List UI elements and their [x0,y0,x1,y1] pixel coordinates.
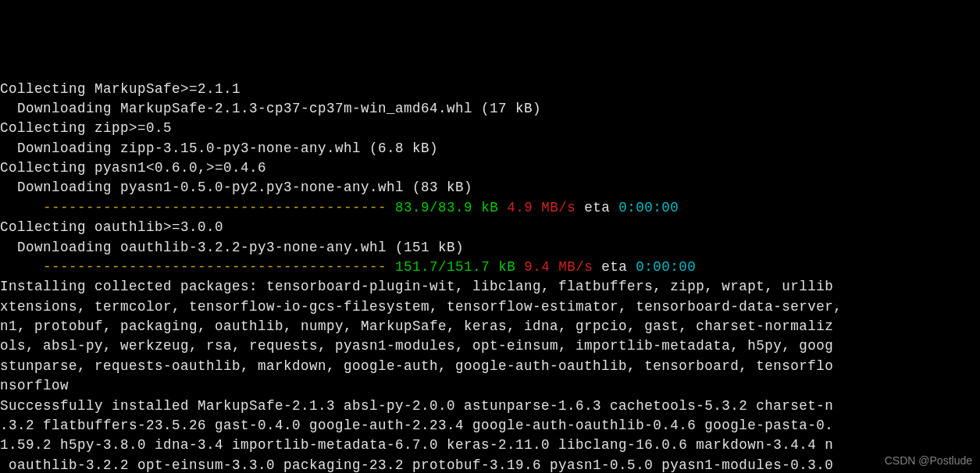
terminal-segment: 4.9 MB/s [507,200,576,215]
terminal-line: Collecting MarkupSafe>=2.1.1 [0,80,980,99]
terminal-line: ols, absl-py, werkzeug, rsa, requests, p… [0,336,980,356]
terminal-line: ----------------------------------------… [0,258,980,277]
terminal-segment: 0:00:00 [618,200,679,215]
terminal-segment: 0:00:00 [636,259,696,275]
terminal-segment: Downloading pyasn1-0.5.0-py2.py3-none-an… [0,180,472,195]
terminal-segment: 1.59.2 h5py-3.8.0 idna-3.4 importlib-met… [0,437,833,453]
terminal-segment: nsorflow [0,378,69,393]
terminal-line: Collecting oauthlib>=3.0.0 [0,218,980,237]
terminal-segment: Downloading MarkupSafe-2.1.3-cp37-cp37m-… [0,101,541,116]
terminal-segment [515,259,524,275]
terminal-segment: Collecting MarkupSafe>=2.1.1 [0,81,241,97]
terminal-segment: Collecting zipp>=0.5 [0,120,172,136]
terminal-line: .3.2 flatbuffers-23.5.26 gast-0.4.0 goog… [0,416,980,436]
terminal-segment: Successfully installed MarkupSafe-2.1.3 … [0,398,833,414]
terminal-line: 1.59.2 h5py-3.8.0 idna-3.4 importlib-met… [0,436,980,455]
terminal-line: stunparse, requests-oauthlib, markdown, … [0,357,980,376]
terminal-segment: eta [576,200,618,215]
terminal-line: Installing collected packages: tensorboa… [0,277,980,297]
terminal-segment: Downloading oauthlib-3.2.2-py3-none-any.… [0,240,464,255]
terminal-segment: stunparse, requests-oauthlib, markdown, … [0,358,833,374]
terminal-line: oauthlib-3.2.2 opt-einsum-3.3.0 packagin… [0,456,980,473]
terminal-segment [387,200,395,215]
terminal-segment: .3.2 flatbuffers-23.5.26 gast-0.4.0 goog… [0,418,833,433]
terminal-segment: 83.9/83.9 kB [395,200,498,215]
terminal-line: Collecting pyasn1<0.6.0,>=0.4.6 [0,158,980,178]
terminal-segment: ols, absl-py, werkzeug, rsa, requests, p… [0,338,833,354]
terminal-segment [0,259,43,275]
terminal-segment: Downloading zipp-3.15.0-py3-none-any.whl… [0,140,438,156]
terminal-output[interactable]: Collecting MarkupSafe>=2.1.1 Downloading… [0,80,980,474]
terminal-line: xtensions, termcolor, tensorflow-io-gcs-… [0,297,980,317]
terminal-segment: Collecting oauthlib>=3.0.0 [0,219,223,235]
terminal-segment: ---------------------------------------- [43,200,387,215]
terminal-line: Collecting zipp>=0.5 [0,119,980,138]
terminal-segment: Collecting pyasn1<0.6.0,>=0.4.6 [0,160,266,176]
terminal-segment [0,200,43,215]
terminal-segment: 151.7/151.7 kB [395,259,515,275]
terminal-segment: 9.4 MB/s [524,259,593,275]
terminal-line: Downloading zipp-3.15.0-py3-none-any.whl… [0,139,980,158]
watermark: CSDN @Postlude [885,453,972,468]
terminal-line: Downloading MarkupSafe-2.1.3-cp37-cp37m-… [0,99,980,119]
terminal-line: n1, protobuf, packaging, oauthlib, numpy… [0,317,980,336]
terminal-segment: n1, protobuf, packaging, oauthlib, numpy… [0,318,833,334]
terminal-segment [498,200,507,215]
terminal-segment: ---------------------------------------- [43,259,387,275]
terminal-segment [387,259,395,275]
terminal-line: ----------------------------------------… [0,198,980,218]
terminal-segment: Installing collected packages: tensorboa… [0,279,833,294]
terminal-segment: xtensions, termcolor, tensorflow-io-gcs-… [0,299,842,315]
terminal-line: Downloading pyasn1-0.5.0-py2.py3-none-an… [0,178,980,197]
terminal-line: Successfully installed MarkupSafe-2.1.3 … [0,397,980,416]
terminal-segment: eta [593,259,636,275]
terminal-line: nsorflow [0,376,980,396]
terminal-line: Downloading oauthlib-3.2.2-py3-none-any.… [0,238,980,258]
terminal-segment: oauthlib-3.2.2 opt-einsum-3.3.0 packagin… [0,457,833,473]
